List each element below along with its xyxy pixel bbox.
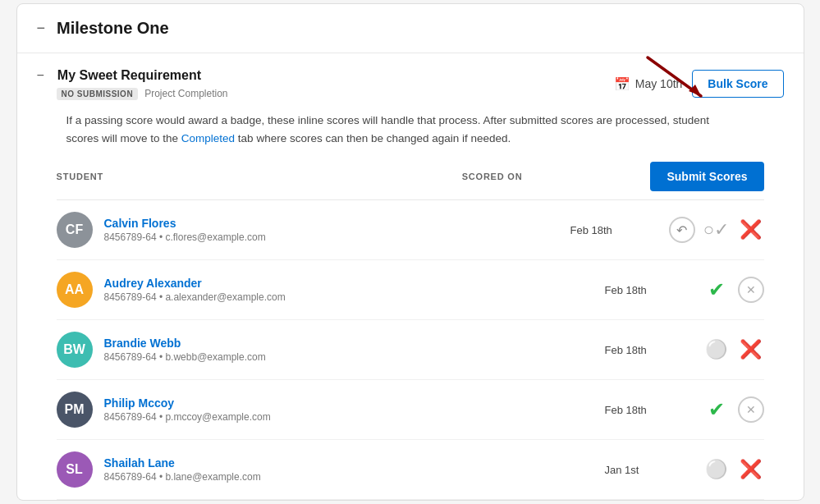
student-meta: 8456789-64 • b.lane@example.com <box>104 471 605 483</box>
check-icon[interactable]: ⚪ <box>703 337 730 363</box>
milestone-header: − Milestone One <box>17 4 804 53</box>
student-avatar: SL <box>57 451 93 488</box>
action-icons: ⚪ ❌ <box>703 337 764 363</box>
completed-link[interactable]: Completed <box>181 132 235 144</box>
student-row: PM Philip Mccoy 8456789-64 • p.mccoy@exa… <box>57 380 764 440</box>
scored-on-date: Feb 18th <box>605 404 687 416</box>
scored-on-date: Feb 18th <box>605 284 687 296</box>
student-name[interactable]: Philip Mccoy <box>104 396 605 410</box>
student-info: Audrey Alexander 8456789-64 • a.alexande… <box>104 277 605 303</box>
col-student-header: STUDENT <box>57 172 104 181</box>
requirement-right: 📅 May 10th Bulk Score <box>614 70 784 98</box>
check-icon[interactable]: ○✓ <box>703 217 730 243</box>
student-name[interactable]: Audrey Alexander <box>104 277 605 290</box>
student-info: Calvin Flores 8456789-64 • c.flores@exam… <box>104 217 570 243</box>
x-icon[interactable]: ✕ <box>738 277 764 303</box>
action-icons: ✔ ✕ <box>703 396 764 423</box>
table-header: STUDENT SCORED ON Submit Scores <box>57 162 764 200</box>
info-text: If a passing score would award a badge, … <box>66 112 740 147</box>
requirement-title-row: − My Sweet Requirement <box>37 68 228 83</box>
undo-icon[interactable]: ↶ <box>669 217 695 243</box>
x-icon[interactable]: ❌ <box>738 217 764 243</box>
check-icon[interactable]: ✔ <box>703 277 730 303</box>
action-icons: ↶ ○✓ ❌ <box>669 217 764 243</box>
student-name[interactable]: Brandie Webb <box>104 337 605 350</box>
submit-scores-button[interactable]: Submit Scores <box>650 162 763 191</box>
score-table: STUDENT SCORED ON Submit Scores CF Calvi… <box>57 162 764 500</box>
student-meta: 8456789-64 • c.flores@example.com <box>104 231 570 243</box>
check-icon[interactable]: ⚪ <box>703 456 730 483</box>
info-text-part3: tab where scores can then be changed aga… <box>235 132 511 144</box>
main-card: − Milestone One − My Sweet Requirement N… <box>16 3 804 501</box>
student-rows-container: CF Calvin Flores 8456789-64 • c.flores@e… <box>57 200 764 500</box>
action-icons: ⚪ ❌ <box>703 456 764 483</box>
requirement-name: My Sweet Requirement <box>57 68 201 83</box>
x-icon[interactable]: ✕ <box>738 396 764 423</box>
requirement-collapse-btn[interactable]: − <box>37 69 44 82</box>
student-info: Shailah Lane 8456789-64 • b.lane@example… <box>104 456 605 483</box>
student-meta: 8456789-64 • b.webb@example.com <box>104 351 605 363</box>
requirement-header: − My Sweet Requirement NO SUBMISSION Pro… <box>37 68 784 100</box>
student-avatar: CF <box>57 212 93 248</box>
student-meta: 8456789-64 • p.mccoy@example.com <box>104 411 605 423</box>
requirement-type-label: Project Completion <box>144 88 227 99</box>
bulk-score-button[interactable]: Bulk Score <box>692 70 783 98</box>
student-row: CF Calvin Flores 8456789-64 • c.flores@e… <box>57 200 764 260</box>
info-text-part1: If a passing score would award a badge, … <box>66 114 709 126</box>
x-icon[interactable]: ❌ <box>738 337 764 363</box>
info-text-part2: scores will move to the <box>66 132 181 144</box>
due-date-value: May 10th <box>635 77 683 90</box>
due-date: 📅 May 10th <box>614 76 683 92</box>
x-icon[interactable]: ❌ <box>738 456 764 483</box>
student-meta: 8456789-64 • a.alexander@example.com <box>104 291 605 303</box>
no-submission-badge: NO SUBMISSION <box>57 88 139 100</box>
requirement-left: − My Sweet Requirement NO SUBMISSION Pro… <box>37 68 228 100</box>
student-info: Philip Mccoy 8456789-64 • p.mccoy@exampl… <box>104 396 605 423</box>
student-avatar: BW <box>57 332 93 368</box>
student-row: BW Brandie Webb 8456789-64 • b.webb@exam… <box>57 320 764 380</box>
student-avatar: PM <box>57 392 93 428</box>
scored-on-date: Jan 1st <box>605 464 687 476</box>
calendar-icon: 📅 <box>614 76 630 92</box>
student-row: AA Audrey Alexander 8456789-64 • a.alexa… <box>57 260 764 320</box>
student-info: Brandie Webb 8456789-64 • b.webb@example… <box>104 337 605 363</box>
student-avatar: AA <box>57 272 93 308</box>
milestone-title: Milestone One <box>57 19 169 38</box>
action-icons: ✔ ✕ <box>703 277 764 303</box>
milestone-collapse-btn[interactable]: − <box>37 21 46 35</box>
scored-on-date: Feb 18th <box>570 224 653 236</box>
requirement-section: − My Sweet Requirement NO SUBMISSION Pro… <box>17 53 804 500</box>
col-scored-on-header: SCORED ON <box>462 172 523 181</box>
student-name[interactable]: Shailah Lane <box>104 456 605 470</box>
check-icon[interactable]: ✔ <box>703 396 730 423</box>
student-row: SL Shailah Lane 8456789-64 • b.lane@exam… <box>57 440 764 500</box>
scored-on-date: Feb 18th <box>605 344 687 356</box>
student-name[interactable]: Calvin Flores <box>104 217 570 230</box>
